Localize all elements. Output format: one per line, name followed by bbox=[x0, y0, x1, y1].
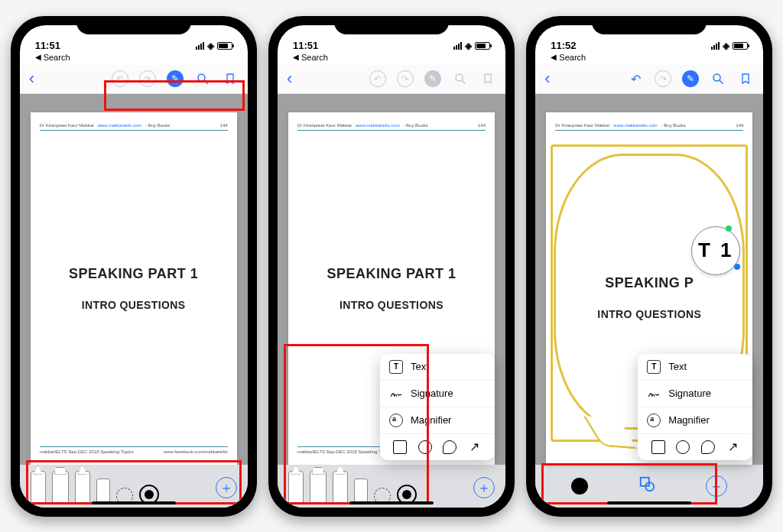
magnifier-annotation[interactable]: T 1 bbox=[691, 226, 740, 275]
undo-icon[interactable]: ↶ bbox=[112, 70, 128, 87]
breadcrumb[interactable]: ◀ Search bbox=[20, 53, 248, 65]
search-icon[interactable] bbox=[194, 70, 211, 87]
search-icon[interactable] bbox=[452, 70, 469, 87]
status-right: ◈ bbox=[453, 41, 490, 51]
arrow-shape-icon[interactable]: ↗ bbox=[726, 440, 739, 454]
eraser-tool[interactable] bbox=[354, 478, 368, 504]
markup-icon[interactable]: ✎ bbox=[682, 70, 699, 87]
home-indicator[interactable] bbox=[349, 501, 434, 504]
magnifier-icon: a bbox=[647, 414, 661, 427]
buy-label: - Buy Books bbox=[145, 123, 170, 128]
nav-bar: ‹ ↶ ↷ ✎ bbox=[20, 65, 248, 94]
tool-group bbox=[288, 471, 417, 504]
page-header: Dr Kiranpreet Kaur Makkar www.makkarielt… bbox=[40, 123, 228, 131]
pencil-tool[interactable] bbox=[75, 471, 90, 504]
resize-handle-blue[interactable] bbox=[734, 264, 740, 270]
add-annotation-popup: T Text Signature a Magnifier ↗ bbox=[638, 354, 752, 460]
popup-signature-option[interactable]: Signature bbox=[638, 381, 752, 407]
speech-bubble-shape-icon[interactable] bbox=[443, 440, 456, 454]
square-shape-icon[interactable] bbox=[651, 440, 665, 454]
phone-3: 11:52 ◈ ◀ Search ‹ ↶ ↷ ✎ bbox=[526, 16, 772, 517]
chevron-left-icon: ◀ bbox=[35, 53, 41, 61]
marker-tool[interactable] bbox=[310, 471, 327, 504]
breadcrumb[interactable]: ◀ Search bbox=[535, 53, 763, 65]
redo-icon[interactable]: ↷ bbox=[397, 70, 414, 87]
footer-right-link[interactable]: www.facebook.com/makkarielts bbox=[164, 449, 228, 454]
status-right: ◈ bbox=[196, 41, 232, 51]
svg-rect-6 bbox=[641, 478, 649, 486]
notch bbox=[592, 16, 707, 34]
site-link[interactable]: www.makkarielts.com bbox=[613, 123, 658, 128]
resize-handle-green[interactable] bbox=[726, 225, 732, 232]
bookmark-icon[interactable] bbox=[222, 70, 239, 87]
add-annotation-button[interactable]: ＋ bbox=[216, 477, 237, 498]
pen-tool[interactable] bbox=[288, 471, 304, 504]
shape-style-icon[interactable] bbox=[638, 475, 655, 496]
page-number: 144 bbox=[478, 123, 486, 128]
circle-shape-icon[interactable] bbox=[676, 440, 690, 454]
phone-2: 11:51 ◈ ◀ Search ‹ ↶ ↷ ✎ bbox=[268, 16, 515, 517]
add-annotation-button[interactable]: ＋ bbox=[473, 477, 495, 498]
breadcrumb[interactable]: ◀ Search bbox=[278, 53, 505, 65]
speech-bubble-shape-icon[interactable] bbox=[701, 440, 715, 454]
popup-text-label: Text bbox=[668, 361, 687, 372]
undo-icon[interactable]: ↶ bbox=[369, 70, 386, 87]
site-link[interactable]: www.makkarielts.com bbox=[356, 123, 400, 128]
popup-magnifier-label: Magnifier bbox=[668, 414, 709, 426]
circle-shape-icon[interactable] bbox=[418, 440, 432, 454]
popup-magnifier-label: Magnifier bbox=[411, 414, 451, 426]
search-icon[interactable] bbox=[710, 70, 726, 87]
heading-2: INTRO QUESTIONS bbox=[82, 299, 186, 311]
square-shape-icon[interactable] bbox=[393, 440, 407, 454]
popup-magnifier-option[interactable]: a Magnifier bbox=[638, 407, 752, 434]
nav-icons: ↶ ↷ ✎ bbox=[627, 70, 754, 87]
fill-color-well[interactable] bbox=[571, 478, 588, 495]
redo-icon[interactable]: ↷ bbox=[139, 70, 156, 87]
page-footer: makkarIELTS Sep-DEC 2018 Speaking Topics… bbox=[40, 446, 228, 454]
eraser-tool[interactable] bbox=[96, 478, 110, 504]
svg-line-3 bbox=[462, 80, 466, 84]
popup-magnifier-option[interactable]: a Magnifier bbox=[380, 407, 495, 434]
arrow-shape-icon[interactable]: ↗ bbox=[468, 440, 482, 454]
markup-icon[interactable]: ✎ bbox=[167, 70, 184, 87]
buy-label: - Buy Books bbox=[661, 123, 686, 128]
bookmark-icon[interactable] bbox=[737, 70, 754, 87]
redo-icon[interactable]: ↷ bbox=[655, 70, 671, 87]
back-button[interactable]: ‹ bbox=[287, 69, 292, 89]
status-time: 11:51 bbox=[293, 40, 318, 51]
footer-left: makkarIELTS Sep-DEC 2018 Speaking Topics bbox=[297, 449, 392, 454]
svg-line-1 bbox=[204, 80, 208, 84]
breadcrumb-label: Search bbox=[44, 53, 70, 62]
popup-signature-option[interactable]: Signature bbox=[380, 381, 495, 407]
page-number: 144 bbox=[220, 123, 228, 128]
author-label: Dr Kiranpreet Kaur Makkar bbox=[555, 123, 609, 128]
pencil-tool[interactable] bbox=[333, 471, 348, 504]
back-button[interactable]: ‹ bbox=[29, 69, 34, 89]
battery-icon bbox=[733, 42, 748, 50]
undo-icon[interactable]: ↶ bbox=[627, 70, 644, 87]
cell-signal-icon bbox=[196, 42, 204, 50]
page-header: Dr Kiranpreet Kaur Makkar www.makkarielt… bbox=[555, 123, 743, 131]
tool-group bbox=[31, 471, 159, 504]
popup-shapes-row: ↗ bbox=[638, 434, 752, 460]
battery-icon bbox=[475, 42, 490, 50]
popup-text-option[interactable]: T Text bbox=[380, 354, 495, 381]
document-area[interactable]: Dr Kiranpreet Kaur Makkar www.makkarielt… bbox=[20, 94, 248, 465]
back-button[interactable]: ‹ bbox=[544, 69, 550, 89]
text-box-icon: T bbox=[647, 360, 661, 374]
home-indicator[interactable] bbox=[607, 501, 691, 504]
heading-1: SPEAKING PART 1 bbox=[327, 266, 456, 282]
site-link[interactable]: www.makkarielts.com bbox=[98, 123, 142, 128]
marker-tool[interactable] bbox=[52, 471, 69, 504]
heading-1: SPEAKING P bbox=[605, 275, 694, 291]
home-indicator[interactable] bbox=[92, 501, 176, 504]
markup-icon[interactable]: ✎ bbox=[424, 70, 441, 87]
buy-label: - Buy Books bbox=[403, 123, 427, 128]
popup-text-option[interactable]: T Text bbox=[638, 354, 752, 381]
author-label: Dr Kiranpreet Kaur Makkar bbox=[297, 123, 352, 128]
bookmark-icon[interactable] bbox=[479, 70, 496, 87]
add-annotation-button[interactable]: ＋ bbox=[706, 475, 727, 497]
page-header: Dr Kiranpreet Kaur Makkar www.makkarielt… bbox=[297, 123, 486, 131]
pen-tool[interactable] bbox=[31, 471, 46, 504]
heading-2: INTRO QUESTIONS bbox=[340, 299, 443, 311]
